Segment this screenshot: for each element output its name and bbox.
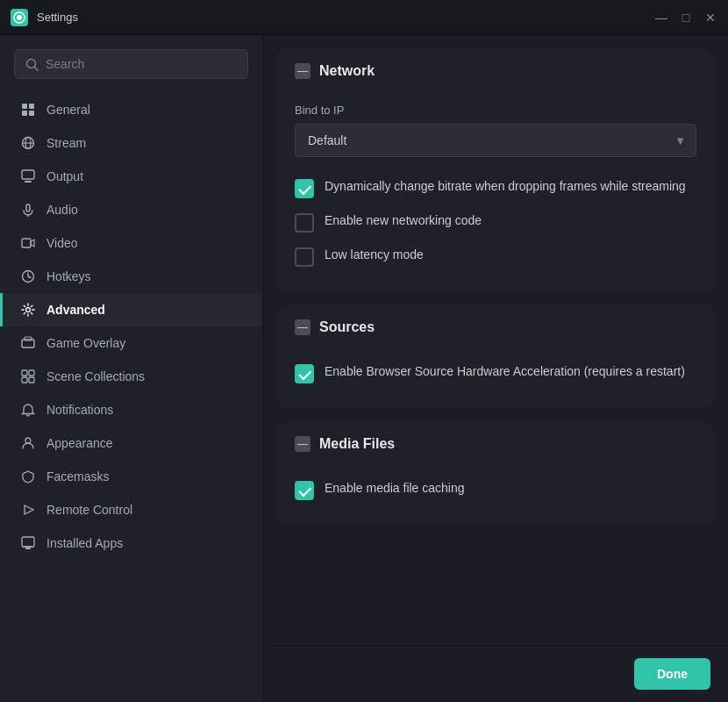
sidebar-item-facemasks[interactable]: Facemasks <box>0 460 262 493</box>
window-controls: — □ ✕ <box>654 11 717 25</box>
sidebar-item-label-audio: Audio <box>46 203 78 217</box>
svg-rect-13 <box>26 204 30 211</box>
section-header-sources: —Sources <box>277 305 714 349</box>
section-title-sources: Sources <box>319 319 375 335</box>
checkbox-new-networking[interactable] <box>295 213 314 233</box>
sidebar-item-label-output: Output <box>46 169 83 183</box>
checkbox-media-file-caching[interactable] <box>295 481 314 500</box>
appearance-icon <box>20 435 36 451</box>
sidebar-item-label-facemasks: Facemasks <box>46 469 110 484</box>
section-sources: —SourcesEnable Browser Source Hardware A… <box>277 305 714 408</box>
checkbox-label-browser-hw-accel: Enable Browser Source Hardware Accelerat… <box>325 363 685 381</box>
svg-line-3 <box>35 67 39 70</box>
svg-rect-12 <box>25 181 32 183</box>
sidebar-item-audio[interactable]: Audio <box>0 193 262 226</box>
checkbox-row-dynamic-bitrate[interactable]: Dynamically change bitrate when dropping… <box>295 171 696 205</box>
svg-rect-6 <box>22 111 27 116</box>
sidebar: Search GeneralStreamOutputAudioVideoHotk… <box>0 35 263 702</box>
sidebar-item-label-hotkeys: Hotkeys <box>46 269 91 283</box>
sidebar-item-label-installed-apps: Installed Apps <box>46 536 123 550</box>
checkbox-row-media-file-caching[interactable]: Enable media file caching <box>295 473 696 507</box>
svg-rect-4 <box>22 104 27 109</box>
sidebar-item-appearance[interactable]: Appearance <box>0 426 262 460</box>
video-icon <box>20 235 36 251</box>
checkbox-label-media-file-caching: Enable media file caching <box>325 480 465 498</box>
section-title-media-files: Media Files <box>319 436 395 452</box>
bind-to-ip-label: Bind to IP <box>295 104 696 117</box>
sidebar-item-advanced[interactable]: Advanced <box>0 293 262 326</box>
section-collapse-sources[interactable]: — <box>295 319 310 335</box>
sidebar-item-label-stream: Stream <box>46 136 86 150</box>
footer: Done <box>263 645 728 702</box>
section-title-network: Network <box>319 63 375 79</box>
bind-to-ip-select-wrap: Default▼ <box>295 124 696 157</box>
section-collapse-media-files[interactable]: — <box>295 436 310 452</box>
game-overlay-icon <box>20 335 36 351</box>
section-collapse-network[interactable]: — <box>295 63 310 79</box>
checkbox-row-new-networking[interactable]: Enable new networking code <box>295 205 696 240</box>
svg-rect-5 <box>29 104 34 109</box>
svg-rect-15 <box>22 239 31 247</box>
titlebar: Settings — □ ✕ <box>0 0 728 35</box>
svg-rect-23 <box>29 377 34 383</box>
minimize-button[interactable]: — <box>654 11 668 25</box>
checkbox-row-browser-hw-accel[interactable]: Enable Browser Source Hardware Accelerat… <box>295 356 696 390</box>
sidebar-item-general[interactable]: General <box>0 93 262 126</box>
section-header-network: —Network <box>277 49 714 93</box>
sidebar-item-label-remote-control: Remote Control <box>46 503 132 517</box>
sidebar-item-installed-apps[interactable]: Installed Apps <box>0 526 262 560</box>
section-network: —NetworkBind to IPDefault▼Dynamically ch… <box>277 49 714 291</box>
advanced-icon <box>20 302 36 318</box>
general-icon <box>20 102 36 118</box>
svg-rect-7 <box>29 111 34 116</box>
output-icon <box>20 168 36 184</box>
maximize-button[interactable]: □ <box>679 11 693 25</box>
notifications-icon <box>20 402 36 418</box>
sidebar-item-label-game-overlay: Game Overlay <box>46 336 125 350</box>
checkbox-label-low-latency: Low latency mode <box>325 247 424 264</box>
checkbox-label-new-networking: Enable new networking code <box>325 212 482 230</box>
sidebar-item-game-overlay[interactable]: Game Overlay <box>0 326 262 360</box>
checkbox-label-dynamic-bitrate: Dynamically change bitrate when dropping… <box>325 178 686 196</box>
svg-point-17 <box>26 308 31 312</box>
sidebar-item-video[interactable]: Video <box>0 226 262 260</box>
sidebar-item-label-appearance: Appearance <box>46 436 113 450</box>
scene-collections-icon <box>20 369 36 384</box>
remote-control-icon <box>20 502 36 518</box>
sidebar-item-label-advanced: Advanced <box>46 303 105 317</box>
installed-apps-icon <box>20 535 36 551</box>
sidebar-item-scene-collections[interactable]: Scene Collections <box>0 360 262 393</box>
main-content: —NetworkBind to IPDefault▼Dynamically ch… <box>263 35 728 702</box>
section-header-media-files: —Media Files <box>277 422 714 466</box>
sidebar-item-stream[interactable]: Stream <box>0 126 262 160</box>
done-button[interactable]: Done <box>634 658 710 690</box>
sidebar-item-label-notifications: Notifications <box>46 403 113 417</box>
svg-point-24 <box>25 438 31 443</box>
sidebar-item-label-scene-collections: Scene Collections <box>46 369 145 383</box>
sidebar-item-hotkeys[interactable]: Hotkeys <box>0 260 262 293</box>
search-wrap: Search <box>0 49 262 93</box>
checkbox-dynamic-bitrate[interactable] <box>295 179 314 198</box>
checkbox-row-low-latency[interactable]: Low latency mode <box>295 240 696 274</box>
svg-marker-25 <box>25 505 33 514</box>
sidebar-item-label-general: General <box>46 103 90 117</box>
app-layout: Search GeneralStreamOutputAudioVideoHotk… <box>0 35 728 702</box>
svg-rect-26 <box>22 537 34 547</box>
search-placeholder: Search <box>46 57 84 71</box>
bind-to-ip-select[interactable]: Default <box>295 124 696 157</box>
sidebar-item-notifications[interactable]: Notifications <box>0 393 262 426</box>
sections-container: —NetworkBind to IPDefault▼Dynamically ch… <box>277 49 714 525</box>
checkbox-browser-hw-accel[interactable] <box>295 364 314 383</box>
stream-icon <box>20 135 36 151</box>
nav-list: GeneralStreamOutputAudioVideoHotkeysAdva… <box>0 93 262 560</box>
facemasks-icon <box>20 469 36 484</box>
checkbox-low-latency[interactable] <box>295 247 314 267</box>
sidebar-item-remote-control[interactable]: Remote Control <box>0 493 262 526</box>
sidebar-item-output[interactable]: Output <box>0 160 262 193</box>
section-body-sources: Enable Browser Source Hardware Accelerat… <box>277 349 714 408</box>
search-icon <box>25 58 39 71</box>
hotkeys-icon <box>20 269 36 284</box>
search-box[interactable]: Search <box>14 49 248 79</box>
svg-point-1 <box>17 15 22 20</box>
close-button[interactable]: ✕ <box>703 11 717 25</box>
